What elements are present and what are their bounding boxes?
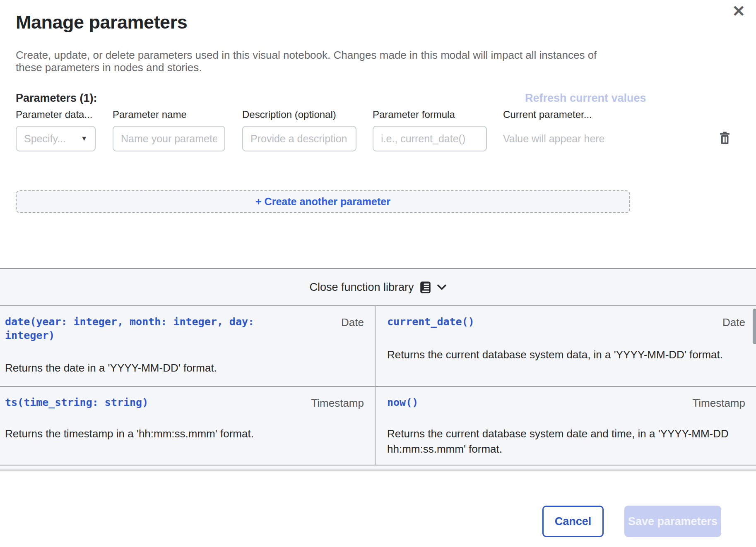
book-icon [420, 281, 431, 294]
function-return-type: Date [341, 315, 364, 329]
save-parameters-button[interactable]: Save parameters [624, 506, 721, 537]
function-signature: date(year: integer, month: integer, day:… [5, 315, 270, 342]
parameter-formula-field: Parameter formula [373, 109, 487, 151]
current-parameter-value-field: Current parameter... Value will appear h… [503, 109, 607, 151]
parameter-row: Parameter data... Specify... ▼ Parameter… [0, 109, 756, 163]
parameter-description-label: Description (optional) [242, 109, 356, 120]
close-icon[interactable]: ✕ [732, 3, 745, 19]
parameters-count-heading: Parameters (1): [16, 92, 97, 105]
parameter-formula-input[interactable] [373, 126, 487, 151]
trash-icon-glyph [719, 131, 730, 144]
function-description: Returns the current database system date… [387, 426, 735, 457]
function-entry-current-date[interactable]: current_date() Date Returns the current … [375, 306, 756, 387]
function-library-grid: date(year: integer, month: integer, day:… [0, 305, 756, 465]
modal-description: Create, update, or delete parameters use… [16, 49, 608, 74]
parameter-formula-label: Parameter formula [373, 109, 487, 120]
function-entry-now[interactable]: now() Timestamp Returns the current data… [375, 387, 756, 465]
chevron-down-icon [437, 284, 447, 290]
function-library-toggle-label: Close function library [309, 281, 414, 294]
function-signature: now() [387, 396, 418, 410]
parameter-description-field: Description (optional) [242, 109, 356, 151]
manage-parameters-modal: ✕ Manage parameters Create, update, or d… [0, 0, 756, 547]
parameter-description-input[interactable] [242, 126, 356, 151]
scrollbar-thumb[interactable] [753, 309, 756, 344]
function-return-type: Timestamp [692, 396, 745, 410]
refresh-current-values-link[interactable]: Refresh current values [525, 92, 646, 105]
modal-footer: Cancel Save parameters [542, 506, 721, 537]
parameter-name-field: Parameter name [113, 109, 225, 151]
function-signature: current_date() [387, 315, 474, 329]
parameters-heading-row: Parameters (1): Refresh current values [16, 92, 625, 105]
page-title: Manage parameters [16, 12, 187, 33]
parameter-name-input[interactable] [113, 126, 225, 151]
function-entry-date[interactable]: date(year: integer, month: integer, day:… [0, 306, 375, 387]
close-function-library-toggle[interactable]: Close function library [0, 268, 756, 305]
cancel-button[interactable]: Cancel [542, 506, 604, 537]
create-another-parameter-button[interactable]: + Create another parameter [16, 190, 630, 213]
function-entry-ts[interactable]: ts(time_string: string) Timestamp Return… [0, 387, 375, 465]
current-parameter-value-text: Value will appear here [503, 126, 607, 151]
current-parameter-value-label: Current parameter... [503, 109, 607, 120]
function-description: Returns the current database system data… [387, 347, 735, 362]
parameter-name-label: Parameter name [113, 109, 225, 120]
select-placeholder: Specify... [24, 133, 66, 145]
function-library-clipped-row [0, 465, 756, 470]
parameter-data-type-label: Parameter data... [16, 109, 96, 120]
function-description: Returns the date in a 'YYYY-MM-DD' forma… [5, 360, 353, 376]
trash-icon[interactable] [717, 130, 732, 147]
dropdown-caret-icon: ▼ [81, 135, 87, 142]
parameter-data-type-field: Parameter data... Specify... ▼ [16, 109, 96, 151]
function-signature: ts(time_string: string) [5, 396, 148, 410]
function-return-type: Timestamp [311, 396, 364, 410]
function-return-type: Date [722, 315, 745, 329]
function-library-panel: Close function library date(year: intege… [0, 268, 756, 470]
function-description: Returns the timestamp in a 'hh:mm:ss.mmm… [5, 426, 353, 441]
parameter-data-type-select[interactable]: Specify... ▼ [16, 126, 96, 151]
